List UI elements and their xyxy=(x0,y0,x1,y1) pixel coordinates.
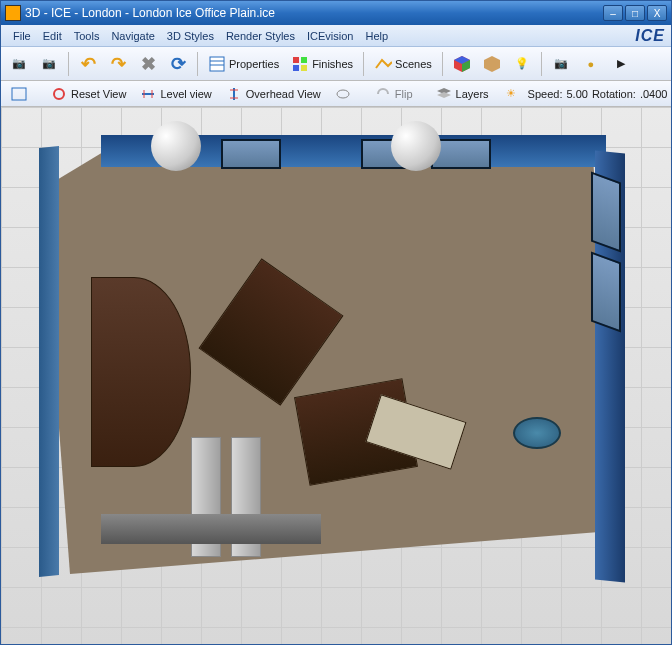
camera-gear-icon: 📷 xyxy=(552,55,570,73)
separator xyxy=(197,52,198,76)
svg-rect-3 xyxy=(293,57,299,63)
orbit-icon xyxy=(334,85,352,103)
scenes-icon xyxy=(374,55,392,73)
separator xyxy=(541,52,542,76)
sun-icon: ☀ xyxy=(502,85,520,103)
record-button[interactable]: ● xyxy=(577,52,605,76)
main-toolbar: 📷 📷 ↶ ↷ ✖ ⟳ Properties Finishes Scenes 💡… xyxy=(1,47,671,81)
window-pane xyxy=(591,252,621,333)
finishes-label: Finishes xyxy=(312,58,353,70)
overhead-view-button[interactable]: Overhead View xyxy=(220,82,326,106)
reset-view-button[interactable]: Reset View xyxy=(45,82,131,106)
svg-rect-11 xyxy=(12,88,26,100)
minimize-button[interactable]: – xyxy=(603,5,623,21)
redo-icon: ↷ xyxy=(109,55,127,73)
3d-viewport[interactable] xyxy=(1,107,671,644)
window-controls: – □ X xyxy=(603,5,667,21)
maximize-button[interactable]: □ xyxy=(625,5,645,21)
status-readout: Speed: 5.00 Rotation: .0400 xyxy=(528,88,672,100)
rotation-value: .0400 xyxy=(640,88,668,100)
level-view-button[interactable]: Level view xyxy=(134,82,216,106)
brand-label: ICE xyxy=(635,27,665,45)
scenes-label: Scenes xyxy=(395,58,432,70)
orbit-button[interactable] xyxy=(329,82,357,106)
titlebar[interactable]: 3D - ICE - London - London Ice Office Pl… xyxy=(1,1,671,25)
play-button[interactable]: ▶ xyxy=(607,52,635,76)
lightbulb-icon: 💡 xyxy=(513,55,531,73)
window-pane xyxy=(591,172,621,253)
column xyxy=(151,121,201,171)
layers-icon xyxy=(435,85,453,103)
camera-copy-button[interactable]: 📷 xyxy=(35,52,63,76)
zoom-extents-button[interactable] xyxy=(5,82,33,106)
zoom-extents-icon xyxy=(10,85,28,103)
render-cube-button[interactable] xyxy=(478,52,506,76)
flip-button[interactable]: Flip xyxy=(369,82,418,106)
round-table xyxy=(513,417,561,449)
refresh-icon: ⟳ xyxy=(169,55,187,73)
menu-tools[interactable]: Tools xyxy=(68,28,106,44)
properties-label: Properties xyxy=(229,58,279,70)
color-cube-button[interactable] xyxy=(448,52,476,76)
menu-navigate[interactable]: Navigate xyxy=(105,28,160,44)
separator xyxy=(363,52,364,76)
layers-button[interactable]: Layers xyxy=(430,82,494,106)
speed-value: 5.00 xyxy=(566,88,587,100)
properties-button[interactable]: Properties xyxy=(203,52,284,76)
view-toolbar: Reset View Level view Overhead View Flip… xyxy=(1,81,671,107)
scenes-button[interactable]: Scenes xyxy=(369,52,437,76)
reset-view-label: Reset View xyxy=(71,88,126,100)
svg-point-12 xyxy=(54,89,64,99)
menu-help[interactable]: Help xyxy=(359,28,394,44)
light-button[interactable]: 💡 xyxy=(508,52,536,76)
finishes-icon xyxy=(291,55,309,73)
svg-point-19 xyxy=(337,90,349,98)
rotation-label: Rotation: xyxy=(592,88,636,100)
svg-rect-6 xyxy=(301,65,307,71)
cancel-icon: ✖ xyxy=(139,55,157,73)
menubar: File Edit Tools Navigate 3D Styles Rende… xyxy=(1,25,671,47)
window-title: 3D - ICE - London - London Ice Office Pl… xyxy=(25,6,603,20)
camera-add-button[interactable]: 📷 xyxy=(5,52,33,76)
svg-rect-0 xyxy=(210,57,224,71)
separator xyxy=(442,52,443,76)
finishes-button[interactable]: Finishes xyxy=(286,52,358,76)
redo-button[interactable]: ↷ xyxy=(104,52,132,76)
play-icon: ▶ xyxy=(612,55,630,73)
menu-file[interactable]: File xyxy=(7,28,37,44)
layers-label: Layers xyxy=(456,88,489,100)
color-cube-icon xyxy=(453,55,471,73)
menu-3d-styles[interactable]: 3D Styles xyxy=(161,28,220,44)
counter xyxy=(101,514,321,544)
column xyxy=(391,121,441,171)
camera-copy-icon: 📷 xyxy=(40,55,58,73)
3d-scene xyxy=(21,127,641,604)
level-view-label: Level view xyxy=(160,88,211,100)
undo-icon: ↶ xyxy=(79,55,97,73)
separator xyxy=(68,52,69,76)
flip-label: Flip xyxy=(395,88,413,100)
wall-west xyxy=(39,146,59,577)
app-icon xyxy=(5,5,21,21)
sun-button[interactable]: ☀ xyxy=(497,82,525,106)
undo-button[interactable]: ↶ xyxy=(74,52,102,76)
menu-icevision[interactable]: ICEvision xyxy=(301,28,359,44)
record-icon: ● xyxy=(582,55,600,73)
menu-edit[interactable]: Edit xyxy=(37,28,68,44)
overhead-view-label: Overhead View xyxy=(246,88,321,100)
overhead-view-icon xyxy=(225,85,243,103)
camera-plus-icon: 📷 xyxy=(10,55,28,73)
level-view-icon xyxy=(139,85,157,103)
menu-render-styles[interactable]: Render Styles xyxy=(220,28,301,44)
cancel-button[interactable]: ✖ xyxy=(134,52,162,76)
reset-view-icon xyxy=(50,85,68,103)
svg-rect-5 xyxy=(293,65,299,71)
render-cube-icon xyxy=(483,55,501,73)
close-button[interactable]: X xyxy=(647,5,667,21)
flip-icon xyxy=(374,85,392,103)
refresh-button[interactable]: ⟳ xyxy=(164,52,192,76)
svg-marker-21 xyxy=(437,92,451,98)
properties-icon xyxy=(208,55,226,73)
camera-settings-button[interactable]: 📷 xyxy=(547,52,575,76)
svg-marker-10 xyxy=(484,56,500,72)
